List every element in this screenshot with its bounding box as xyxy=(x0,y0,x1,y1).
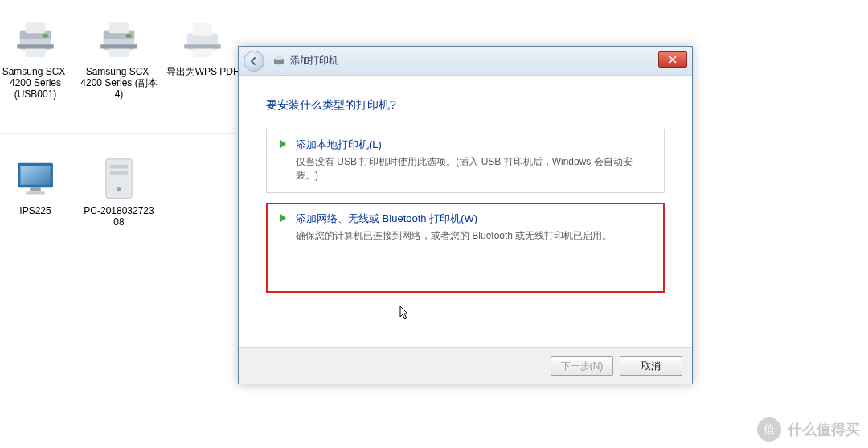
desktop-item-label: Samsung SCX-4200 Series (副本 4) xyxy=(80,66,158,100)
svg-rect-26 xyxy=(276,64,282,66)
desktop-item-monitor[interactable]: IPS225 xyxy=(0,157,74,216)
option-add-local-printer[interactable]: 添加本地打印机(L) 仅当没有 USB 打印机时使用此选项。(插入 USB 打印… xyxy=(266,129,665,193)
svg-rect-17 xyxy=(20,166,50,185)
svg-rect-10 xyxy=(100,44,137,48)
desktop-item-printer-2[interactable]: Samsung SCX-4200 Series (副本 4) xyxy=(80,18,158,100)
svg-rect-4 xyxy=(17,44,54,48)
watermark-badge: 值 xyxy=(757,417,781,442)
svg-rect-5 xyxy=(43,34,48,37)
dialog-heading: 要安装什么类型的打印机? xyxy=(266,98,665,113)
desktop-item-pc[interactable]: PC-2018032723 08 xyxy=(80,157,158,228)
option-desc: 确保您的计算机已连接到网络，或者您的 Bluetooth 或无线打印机已启用。 xyxy=(296,229,653,243)
svg-rect-22 xyxy=(110,171,128,175)
arrow-right-icon xyxy=(278,212,289,224)
svg-rect-19 xyxy=(26,191,45,194)
svg-point-23 xyxy=(117,187,121,191)
dialog-header: 添加打印机 xyxy=(239,47,692,76)
option-add-network-printer[interactable]: 添加网络、无线或 Bluetooth 打印机(W) 确保您的计算机已连接到网络，… xyxy=(266,203,665,293)
svg-rect-8 xyxy=(109,22,129,33)
back-button[interactable] xyxy=(244,51,264,72)
dialog-title: 添加打印机 xyxy=(290,54,338,68)
svg-rect-2 xyxy=(26,22,46,33)
svg-rect-13 xyxy=(193,23,213,36)
pc-icon xyxy=(95,157,143,202)
option-desc: 仅当没有 USB 打印机时使用此选项。(插入 USB 打印机后，Windows … xyxy=(296,155,653,183)
arrow-right-icon xyxy=(278,138,289,150)
printer-icon xyxy=(178,18,227,63)
watermark-text: 什么值得买 xyxy=(788,420,860,439)
desktop-item-label: IPS225 xyxy=(0,205,74,216)
watermark: 值 什么值得买 xyxy=(757,417,860,442)
option-title: 添加网络、无线或 Bluetooth 打印机(W) xyxy=(296,212,477,224)
cancel-button[interactable]: 取消 xyxy=(620,356,682,376)
dialog-footer: 下一步(N) 取消 xyxy=(239,347,692,384)
add-printer-dialog: 添加打印机 要安装什么类型的打印机? 添加本地打印机(L) 仅当没有 USB 打… xyxy=(238,46,693,384)
svg-rect-25 xyxy=(276,56,282,60)
svg-rect-11 xyxy=(126,34,132,37)
svg-rect-14 xyxy=(193,47,213,57)
desktop-item-pdf-printer[interactable]: 导出为WPS PDF xyxy=(164,18,241,77)
svg-rect-3 xyxy=(26,47,46,57)
option-title: 添加本地打印机(L) xyxy=(296,138,382,150)
separator xyxy=(0,133,236,134)
dialog-body: 要安装什么类型的打印机? 添加本地打印机(L) 仅当没有 USB 打印机时使用此… xyxy=(239,76,692,348)
desktop-item-label: PC-2018032723 08 xyxy=(80,205,158,228)
svg-rect-21 xyxy=(110,165,128,169)
svg-rect-9 xyxy=(109,47,129,57)
printer-icon xyxy=(95,18,143,63)
desktop-item-label: Samsung SCX-4200 Series (USB001) xyxy=(0,66,74,100)
desktop-item-printer-1[interactable]: Samsung SCX-4200 Series (USB001) xyxy=(0,18,74,100)
svg-rect-24 xyxy=(274,59,284,64)
printer-icon xyxy=(272,55,285,68)
next-button[interactable]: 下一步(N) xyxy=(551,356,613,376)
printer-icon xyxy=(11,18,59,63)
svg-rect-18 xyxy=(30,187,41,191)
desktop-item-label: 导出为WPS PDF xyxy=(164,66,241,77)
monitor-icon xyxy=(11,157,59,202)
close-button[interactable] xyxy=(658,51,687,68)
svg-rect-15 xyxy=(184,44,221,48)
